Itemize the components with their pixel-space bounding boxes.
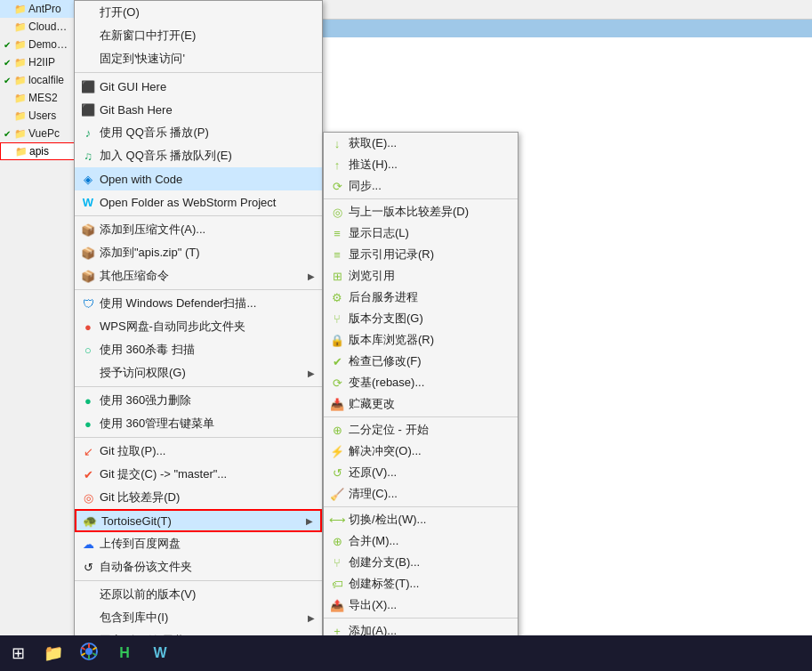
menu-tortoisegit-label: TortoiseGit(T) (101, 514, 306, 528)
submenu-tg-diff[interactable]: ◎ 与上一版本比较差异(D) (324, 201, 518, 222)
menu-add-zip-label: 添加到"apis.zip" (T) (100, 245, 315, 261)
tg-export-icon: 📤 (329, 597, 345, 613)
menu-qq-add[interactable]: ♫ 加入 QQ音乐 播放队列(E) (75, 144, 322, 167)
menu-access[interactable]: 授予访问权限(G) ▶ (75, 361, 322, 384)
tg-bisect-icon: ⊕ (329, 422, 345, 438)
menu-git-diff[interactable]: ◎ Git 比较差异(D) (75, 486, 322, 509)
tg-switch-icon: ⟷ (329, 512, 345, 528)
menu-other-compress[interactable]: 📦 其他压缩命令 ▶ (75, 264, 322, 287)
menu-webstorm[interactable]: W Open Folder as WebStorm Project (75, 190, 322, 214)
menu-revert-prev[interactable]: 还原以前的版本(V) (75, 583, 322, 606)
sidebar-item-h2iip[interactable]: ✔ 📁 H2IIP (0, 53, 75, 71)
360strong-icon: ● (80, 392, 96, 408)
tg-revert-icon: ↺ (329, 465, 345, 481)
folder-icon-vuepc: 📁 (14, 128, 27, 140)
submenu-tg-conflict[interactable]: ⚡ 解决冲突(O)... (324, 441, 518, 462)
chrome-button[interactable] (71, 635, 107, 671)
submenu-tg-get[interactable]: ↓ 获取(E)... (324, 133, 518, 154)
sidebar-item-apis[interactable]: 📁 apis (0, 142, 75, 160)
check-demosho: ✔ (4, 40, 12, 50)
submenu-tg-log[interactable]: ≡ 显示日志(L) (324, 222, 518, 244)
tg-branch-icon: ⑂ (329, 311, 345, 327)
git-diff-icon: ◎ (80, 489, 96, 505)
app4-button[interactable]: W (142, 635, 178, 671)
compress-icon: 📦 (80, 222, 96, 238)
menu-360strong[interactable]: ● 使用 360强力删除 (75, 389, 322, 412)
submenu-tg-createbranch-label: 创建分支(B)... (349, 554, 511, 570)
submenu-tg-conflict-label: 解决冲突(O)... (349, 443, 511, 459)
menu-360manage[interactable]: ● 使用 360管理右键菜单 (75, 412, 322, 435)
menu-git-commit[interactable]: ✔ Git 提交(C) -> "master"... (75, 463, 322, 486)
menu-defender[interactable]: 🛡 使用 Windows Defender扫描... (75, 292, 322, 315)
sidebar-item-localfile[interactable]: ✔ 📁 localfile (0, 71, 75, 89)
menu-git-bash[interactable]: ⬛ Git Bash Here (75, 98, 322, 121)
qq-play-icon: ♪ (80, 125, 96, 141)
submenu-tg-bg-label: 后台服务进程 (349, 289, 511, 305)
submenu-tg-cleanup[interactable]: 🧹 清理(C)... (324, 483, 518, 505)
menu-auto-backup[interactable]: ↺ 自动备份该文件夹 (75, 555, 322, 578)
sidebar-item-users[interactable]: 📁 Users (0, 107, 75, 125)
menu-wps[interactable]: ● WPS网盘-自动同步此文件夹 (75, 315, 322, 338)
tg-createbranch-icon: ⑂ (329, 554, 345, 570)
menu-pin-quick[interactable]: 固定到'快速访问' (75, 47, 322, 70)
submenu-tg-bisect[interactable]: ⊕ 二分定位 - 开始 (324, 419, 518, 441)
menu-add-compress-label: 添加到压缩文件(A)... (100, 222, 315, 238)
sidebar-label-vuepc: VuePc (28, 127, 60, 140)
menu-git-pull[interactable]: ↙ Git 拉取(P)... (75, 440, 322, 463)
sub-divider-2 (324, 416, 518, 417)
submenu-tg-logref[interactable]: ≡ 显示引用记录(R) (324, 244, 518, 265)
submenu-tg-sync[interactable]: ⟳ 同步... (324, 175, 518, 197)
divider-3 (75, 289, 322, 290)
open-icon (80, 4, 96, 20)
menu-add-zip[interactable]: 📦 添加到"apis.zip" (T) (75, 241, 322, 264)
folder-icon-apis: 📁 (15, 146, 28, 158)
ws-icon: W (80, 194, 96, 210)
arrow-library: ▶ (308, 613, 315, 623)
sidebar-item-mes2[interactable]: 📁 MES2 (0, 89, 75, 107)
file-explorer-button[interactable]: 📁 (36, 635, 71, 671)
menu-vscode[interactable]: ◈ Open with Code (75, 167, 322, 190)
menu-webstorm-label: Open Folder as WebStorm Project (100, 196, 315, 209)
sidebar-item-antpro[interactable]: 📁 AntPro (0, 0, 75, 18)
submenu-tg-revert[interactable]: ↺ 还原(V)... (324, 462, 518, 483)
submenu-tg-branch[interactable]: ⑂ 版本分支图(G) (324, 308, 518, 329)
sidebar-label-demosho: DemoSho (28, 38, 71, 51)
check-vuepc: ✔ (4, 129, 12, 139)
submenu-tg-shelve[interactable]: 📥 贮藏更改 (324, 393, 518, 415)
folder-icon-antpro: 📁 (14, 4, 27, 15)
submenu-tg-switch[interactable]: ⟷ 切换/检出(W)... (324, 509, 518, 530)
submenu-tg-sync-label: 同步... (349, 178, 511, 194)
menu-open[interactable]: 打开(O) (75, 1, 322, 24)
submenu-tg-check[interactable]: ✔ 检查已修改(F) (324, 351, 518, 372)
app3-button[interactable]: H (107, 635, 142, 671)
submenu-tg-export[interactable]: 📤 导出(X)... (324, 594, 518, 616)
check-h2iip: ✔ (4, 58, 12, 68)
sidebar-item-cloudmus[interactable]: 📁 CloudMus (0, 18, 75, 36)
auto-backup-icon: ↺ (80, 559, 96, 575)
menu-git-gui[interactable]: ⬛ Git GUI Here (75, 75, 322, 98)
sub-divider-4 (324, 618, 518, 618)
sidebar-item-vuepc[interactable]: ✔ 📁 VuePc (0, 125, 75, 142)
menu-tortoisegit[interactable]: 🐢 TortoiseGit(T) ▶ (75, 509, 322, 532)
submenu-tg-rebase[interactable]: ⟳ 变基(rebase)... (324, 372, 518, 393)
submenu-tg-createtag[interactable]: 🏷 创建标签(T)... (324, 573, 518, 594)
menu-qq-play[interactable]: ♪ 使用 QQ音乐 播放(P) (75, 121, 322, 144)
submenu-tg-bg[interactable]: ⚙ 后台服务进程 (324, 287, 518, 308)
start-button[interactable]: ⊞ (0, 635, 36, 671)
submenu-tg-createbranch[interactable]: ⑂ 创建分支(B)... (324, 552, 518, 573)
tg-diff-icon: ◎ (329, 204, 345, 220)
menu-360scan[interactable]: ○ 使用 360杀毒 扫描 (75, 338, 322, 361)
submenu-tg-push[interactable]: ↑ 推送(H)... (324, 154, 518, 175)
menu-open-new-window-label: 在新窗口中打开(E) (100, 28, 315, 44)
submenu-tg-browse[interactable]: ⊞ 浏览引用 (324, 265, 518, 287)
submenu-tg-merge[interactable]: ⊕ 合并(M)... (324, 530, 518, 552)
sidebar-item-demosho[interactable]: ✔ 📁 DemoSho (0, 36, 75, 53)
menu-include-library[interactable]: 包含到库中(I) ▶ (75, 606, 322, 629)
submenu-tg-repobrowser[interactable]: 🔒 版本库浏览器(R) (324, 329, 518, 351)
menu-include-library-label: 包含到库中(I) (100, 610, 308, 626)
menu-upload-baidu[interactable]: ☁ 上传到百度网盘 (75, 532, 322, 555)
wps-icon: ● (80, 319, 96, 335)
menu-add-compress[interactable]: 📦 添加到压缩文件(A)... (75, 218, 322, 241)
main-context-menu: 打开(O) 在新窗口中打开(E) 固定到'快速访问' ⬛ Git GUI Her… (74, 0, 323, 671)
menu-open-new-window[interactable]: 在新窗口中打开(E) (75, 24, 322, 47)
